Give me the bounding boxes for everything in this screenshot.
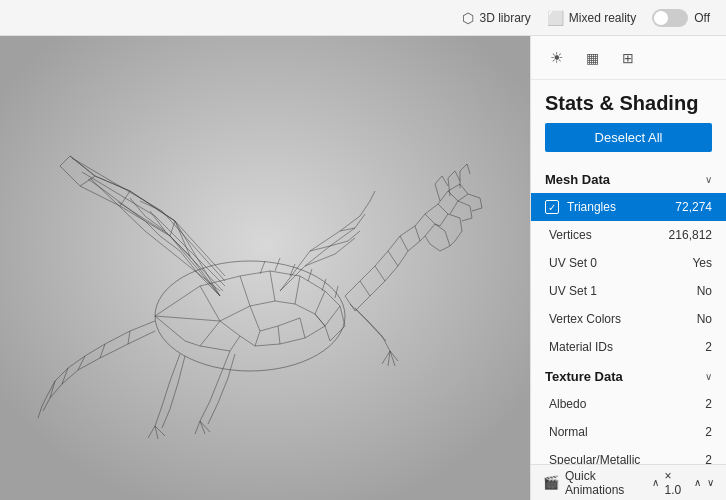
vertex-colors-row: Vertex Colors No [531,305,726,333]
mesh-data-chevron: ∨ [705,174,712,185]
specular-value: 2 [705,453,712,464]
vertex-colors-value: No [697,312,712,326]
mixed-reality-icon: ⬜ [547,10,564,26]
toggle-container: Off [652,9,710,27]
triangles-value: 72,274 [675,200,712,214]
quick-animations-label: Quick Animations [565,469,646,497]
normal-row: Normal 2 [531,418,726,446]
uv-set-1-row: UV Set 1 No [531,277,726,305]
toggle-knob [654,11,668,25]
uv-set-0-row: UV Set 0 Yes [531,249,726,277]
panel-content: Stats & Shading Deselect All Mesh Data ∨… [531,80,726,464]
specular-label: Specular/Metallic [549,453,640,464]
3d-library-btn[interactable]: ⬡ 3D library [462,10,530,26]
mixed-reality-toggle[interactable] [652,9,688,27]
main-content: ☀ ▦ ⊞ Stats & Shading Deselect All Mesh … [0,36,726,500]
sun-icon: ☀ [550,49,563,67]
vertices-row: Vertices 216,812 [531,221,726,249]
vertices-value: 216,812 [669,228,712,242]
triangles-checkbox: ✓ [545,200,559,214]
uv-set-0-value: Yes [692,256,712,270]
uv-set-1-value: No [697,284,712,298]
mesh-data-section-header[interactable]: Mesh Data ∨ [531,164,726,193]
uv-set-1-label: UV Set 1 [549,284,597,298]
grid2-icon: ⊞ [622,50,634,66]
albedo-value: 2 [705,397,712,411]
dragon-container [0,36,530,500]
value-chevron-down[interactable]: ∨ [707,477,714,488]
quick-animations-icon: 🎬 [543,475,559,490]
panel-toolbar: ☀ ▦ ⊞ [531,36,726,80]
quick-animations-value: × 1.0 [665,469,688,497]
value-chevron-up[interactable]: ∧ [694,477,701,488]
normal-value: 2 [705,425,712,439]
material-ids-row: Material IDs 2 [531,333,726,361]
deselect-all-button[interactable]: Deselect All [545,123,712,152]
uv-set-0-label: UV Set 0 [549,256,597,270]
triangles-row[interactable]: ✓ Triangles 72,274 [531,193,726,221]
texture-data-title: Texture Data [545,369,623,384]
grid-icon: ▦ [586,50,599,66]
triangles-row-left: ✓ Triangles [545,200,616,214]
top-bar: ⬡ 3D library ⬜ Mixed reality Off [0,0,726,36]
bottom-bar: 🎬 Quick Animations ∧ × 1.0 ∧ ∨ [531,464,726,500]
specular-row: Specular/Metallic 2 [531,446,726,464]
grid2-toolbar-btn[interactable]: ⊞ [615,45,641,71]
texture-data-chevron: ∨ [705,371,712,382]
triangles-label: Triangles [567,200,616,214]
svg-rect-0 [0,36,530,500]
albedo-row: Albedo 2 [531,390,726,418]
albedo-label: Albedo [549,397,586,411]
mixed-reality-btn[interactable]: ⬜ Mixed reality [547,10,636,26]
3d-viewport[interactable] [0,36,530,500]
material-ids-label: Material IDs [549,340,613,354]
dragon-svg [0,36,530,500]
panel-title: Stats & Shading [531,80,726,123]
3d-library-icon: ⬡ [462,10,474,26]
material-ids-value: 2 [705,340,712,354]
toggle-off-label: Off [694,11,710,25]
vertices-label: Vertices [549,228,592,242]
normal-label: Normal [549,425,588,439]
right-panel: ☀ ▦ ⊞ Stats & Shading Deselect All Mesh … [530,36,726,500]
3d-library-label: 3D library [479,11,530,25]
texture-data-section-header[interactable]: Texture Data ∨ [531,361,726,390]
grid-toolbar-btn[interactable]: ▦ [579,45,605,71]
mesh-data-title: Mesh Data [545,172,610,187]
sun-toolbar-btn[interactable]: ☀ [543,45,569,71]
mixed-reality-label: Mixed reality [569,11,636,25]
vertex-colors-label: Vertex Colors [549,312,621,326]
quick-animations-chevron-up[interactable]: ∧ [652,477,659,488]
